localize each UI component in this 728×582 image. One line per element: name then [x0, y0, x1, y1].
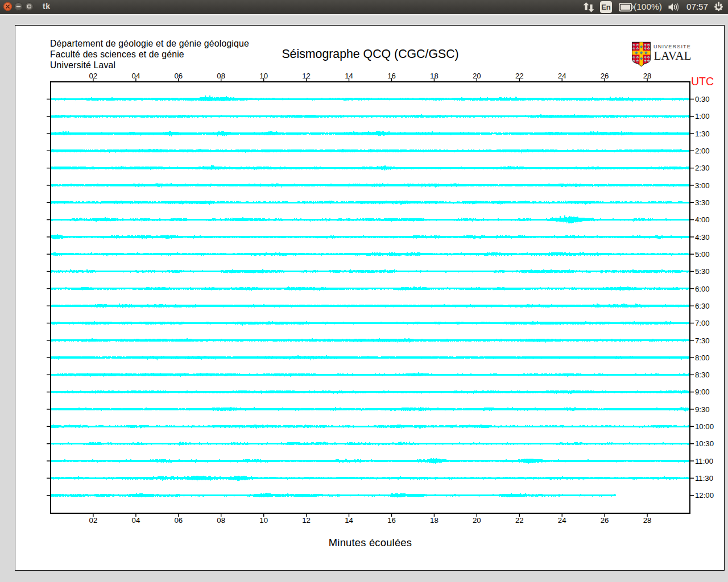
svg-text:08: 08: [217, 516, 225, 525]
svg-text:10: 10: [259, 516, 268, 525]
svg-text:5:00: 5:00: [695, 250, 710, 259]
svg-text:06: 06: [174, 516, 183, 525]
svg-text:28: 28: [643, 516, 652, 525]
svg-text:26: 26: [601, 516, 609, 525]
svg-text:11:30: 11:30: [695, 474, 713, 483]
svg-text:6:00: 6:00: [695, 285, 710, 293]
svg-text:5:30: 5:30: [695, 267, 710, 276]
svg-text:08: 08: [217, 72, 225, 80]
svg-text:2:00: 2:00: [695, 147, 710, 155]
svg-text:11:00: 11:00: [695, 457, 713, 465]
svg-text:20: 20: [473, 72, 481, 80]
svg-text:10:00: 10:00: [695, 422, 714, 431]
svg-text:20: 20: [473, 516, 481, 525]
svg-text:10:30: 10:30: [695, 439, 714, 448]
svg-text:2:30: 2:30: [695, 164, 710, 172]
svg-text:3:30: 3:30: [695, 198, 710, 207]
svg-text:22: 22: [515, 516, 524, 525]
svg-text:6:30: 6:30: [695, 302, 710, 310]
svg-text:3:00: 3:00: [695, 181, 710, 190]
svg-text:02: 02: [89, 72, 98, 80]
svg-text:7:00: 7:00: [695, 319, 710, 327]
svg-text:06: 06: [174, 72, 183, 80]
svg-text:10: 10: [259, 72, 268, 80]
svg-text:12: 12: [302, 516, 311, 525]
svg-text:9:30: 9:30: [695, 405, 710, 414]
svg-text:UTC: UTC: [691, 75, 714, 88]
svg-text:18: 18: [430, 516, 439, 525]
svg-text:14: 14: [345, 72, 353, 80]
svg-text:24: 24: [558, 72, 566, 80]
svg-text:16: 16: [387, 72, 396, 80]
svg-text:22: 22: [515, 72, 524, 80]
svg-text:8:00: 8:00: [695, 354, 710, 362]
svg-text:16: 16: [387, 516, 396, 525]
svg-text:24: 24: [558, 516, 566, 525]
svg-text:9:00: 9:00: [695, 388, 710, 396]
svg-text:4:00: 4:00: [695, 215, 710, 224]
svg-text:02: 02: [89, 516, 98, 525]
svg-text:7:30: 7:30: [695, 336, 710, 345]
svg-text:8:30: 8:30: [695, 371, 710, 379]
svg-text:12: 12: [302, 72, 311, 80]
svg-text:28: 28: [643, 72, 652, 80]
svg-text:12:00: 12:00: [695, 491, 714, 500]
svg-text:1:00: 1:00: [695, 112, 710, 120]
svg-text:04: 04: [132, 516, 140, 525]
svg-text:04: 04: [132, 72, 140, 80]
svg-text:0:30: 0:30: [695, 95, 710, 103]
svg-text:1:30: 1:30: [695, 130, 710, 138]
svg-text:14: 14: [345, 516, 353, 525]
svg-text:18: 18: [430, 72, 439, 80]
svg-text:26: 26: [601, 72, 609, 80]
svg-text:Minutes écoulées: Minutes écoulées: [329, 537, 412, 548]
svg-text:4:30: 4:30: [695, 233, 710, 242]
